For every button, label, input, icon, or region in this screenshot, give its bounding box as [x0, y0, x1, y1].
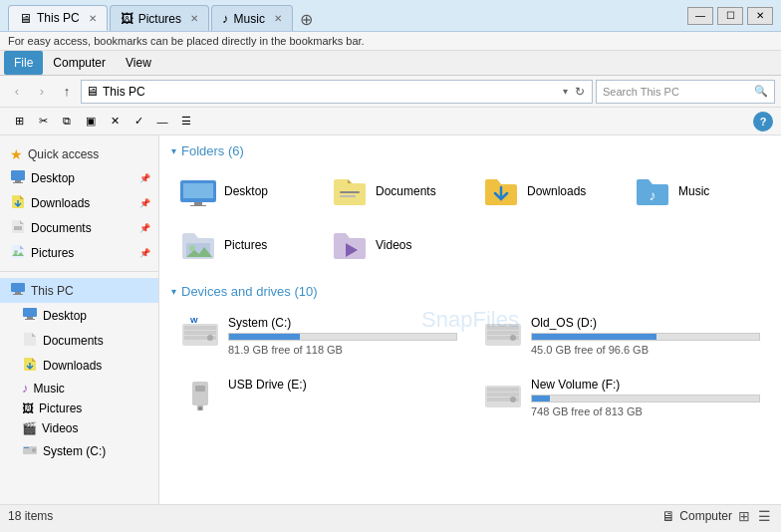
svg-rect-33 [487, 331, 519, 335]
svg-rect-19 [340, 191, 360, 193]
action-cut-btn[interactable]: ✂ [32, 112, 54, 132]
documents-pinned-icon [10, 218, 26, 237]
tab-thispc-close[interactable]: ✕ [89, 13, 97, 24]
sidebar-item-documents-pinned[interactable]: Documents 📌 [0, 215, 158, 240]
folders-section-header[interactable]: ▾ Folders (6) [171, 143, 769, 158]
folder-item-downloads[interactable]: Downloads [474, 168, 618, 214]
bookmark-bar: For easy access, bookmarks can be placed… [0, 32, 781, 51]
action-rename-btn[interactable]: ✓ [128, 112, 149, 132]
sidebar-this-pc-videos-label: Videos [42, 421, 78, 435]
drive-item-usb[interactable]: USB Drive (E:) [171, 371, 466, 424]
sidebar-this-pc-pictures-label: Pictures [39, 401, 82, 415]
svg-rect-8 [13, 294, 23, 295]
folder-downloads-name: Downloads [527, 184, 586, 198]
pin4-icon: 📌 [139, 248, 150, 258]
action-delete-btn[interactable]: ✕ [104, 112, 126, 132]
forward-button[interactable]: › [31, 81, 53, 103]
svg-rect-1 [15, 180, 21, 182]
sidebar-this-pc-desktop[interactable]: Desktop [0, 303, 158, 328]
action-paste-btn[interactable]: ▣ [80, 112, 102, 132]
search-bar[interactable]: Search This PC 🔍 [596, 80, 775, 104]
sidebar-pictures-label: Pictures [31, 246, 74, 260]
ribbon-tab-computer[interactable]: Computer [43, 51, 116, 75]
ribbon-tab-view[interactable]: View [116, 51, 161, 75]
toolbar: ‹ › ↑ 🖥 This PC ▾ ↻ Search This PC 🔍 [0, 76, 781, 108]
drive-d-name: Old_OS (D:) [531, 316, 760, 330]
sidebar-this-pc-music[interactable]: ♪ Music [0, 378, 158, 399]
drive-item-old-os[interactable]: Old_OS (D:) 45.0 GB free of 96.6 GB [474, 309, 769, 363]
sidebar-this-pc-desktop-label: Desktop [43, 309, 87, 323]
action-properties-btn[interactable]: — [151, 112, 173, 132]
folders-grid: Desktop Documents Downloads ♪ Music Pict… [171, 168, 769, 268]
search-placeholder-text: Search This PC [603, 86, 750, 98]
svg-text:W: W [190, 316, 198, 325]
folder-item-music[interactable]: ♪ Music [626, 168, 769, 214]
sidebar-item-desktop-pinned[interactable]: Desktop 📌 [0, 165, 158, 190]
drive-c-size: 81.9 GB free of 118 GB [228, 344, 457, 356]
view-large-icon-button[interactable]: ⊞ [736, 508, 752, 524]
sidebar-downloads-label: Downloads [31, 196, 90, 210]
maximize-button[interactable]: ☐ [717, 7, 743, 25]
svg-rect-11 [25, 319, 35, 320]
folders-chevron-icon: ▾ [171, 145, 176, 156]
action-bar: ⊞ ✂ ⧉ ▣ ✕ ✓ — ☰ ? [0, 108, 781, 135]
address-dropdown-arrow[interactable]: ▾ [563, 86, 568, 97]
sidebar-this-pc-videos[interactable]: 🎬 Videos [0, 418, 158, 438]
main-area: ★ Quick access Desktop 📌 Downloads 📌 [0, 135, 781, 504]
tab-pictures-close[interactable]: ✕ [190, 13, 198, 24]
music-folder-icon: ♪ [635, 175, 670, 207]
drive-f-name: New Volume (F:) [531, 378, 760, 392]
videos-folder-icon [332, 229, 368, 261]
drive-c-bar-container [228, 333, 457, 341]
folder-item-desktop[interactable]: Desktop [171, 168, 315, 214]
folders-header-text: Folders (6) [181, 143, 244, 158]
drive-d-info: Old_OS (D:) 45.0 GB free of 96.6 GB [531, 316, 760, 356]
action-menu-btn[interactable]: ☰ [175, 112, 197, 132]
this-pc-sidebar-label: This PC [31, 284, 74, 298]
search-icon[interactable]: 🔍 [754, 85, 768, 98]
svg-rect-7 [15, 292, 21, 294]
pictures-folder-icon [180, 229, 216, 261]
address-bar[interactable]: 🖥 This PC ▾ ↻ [81, 80, 593, 104]
svg-rect-0 [11, 170, 25, 180]
action-view-btn[interactable]: ⊞ [8, 112, 30, 132]
svg-rect-17 [194, 202, 202, 205]
drive-item-new-volume[interactable]: New Volume (F:) 748 GB free of 813 GB [474, 371, 769, 424]
tab-music[interactable]: ♪ Music ✕ [211, 5, 293, 31]
action-copy-btn[interactable]: ⧉ [56, 112, 78, 132]
drive-c-icon-2 [22, 441, 38, 460]
folder-item-documents[interactable]: Documents [323, 168, 466, 214]
help-button[interactable]: ? [753, 112, 773, 132]
sidebar-item-pictures-pinned[interactable]: Pictures 📌 [0, 240, 158, 265]
close-button[interactable]: ✕ [747, 7, 773, 25]
folder-item-pictures[interactable]: Pictures [171, 222, 315, 268]
music-icon-2: ♪ [22, 381, 29, 396]
tab-this-pc[interactable]: 🖥 This PC ✕ [8, 5, 108, 31]
svg-rect-42 [487, 393, 519, 397]
view-detail-button[interactable]: ☰ [756, 508, 773, 524]
minimize-button[interactable]: — [687, 7, 713, 25]
this-pc-icon: 🖥 [19, 11, 32, 26]
tab-music-close[interactable]: ✕ [274, 13, 282, 24]
svg-text:♪: ♪ [650, 187, 656, 203]
sidebar-this-pc-system-c[interactable]: System (C:) [0, 438, 158, 463]
window-controls: — ☐ ✕ [687, 7, 773, 25]
tab-pictures[interactable]: 🖼 Pictures ✕ [110, 5, 209, 31]
sidebar-documents-label: Documents [31, 221, 92, 235]
sidebar-item-downloads-pinned[interactable]: Downloads 📌 [0, 190, 158, 215]
quick-access-header[interactable]: ★ Quick access [0, 143, 158, 165]
back-button[interactable]: ‹ [6, 81, 28, 103]
drives-section-header[interactable]: ▾ Devices and drives (10) [171, 284, 769, 299]
this-pc-sidebar-item[interactable]: This PC [0, 278, 158, 303]
sidebar-this-pc-downloads[interactable]: Downloads [0, 353, 158, 378]
folder-item-videos[interactable]: Videos [323, 222, 466, 268]
status-bar: 18 items 🖥 Computer ⊞ ☰ [0, 504, 781, 526]
sidebar-this-pc-documents[interactable]: Documents [0, 328, 158, 353]
new-tab-button[interactable]: ⊕ [295, 7, 319, 31]
drive-item-system-c[interactable]: W System (C:) 81.9 GB free of 118 GB [171, 309, 466, 363]
svg-rect-41 [487, 388, 519, 392]
refresh-button[interactable]: ↻ [572, 85, 588, 99]
up-button[interactable]: ↑ [56, 81, 78, 103]
sidebar-this-pc-pictures[interactable]: 🖼 Pictures [0, 399, 158, 418]
ribbon-tab-file[interactable]: File [4, 51, 43, 75]
